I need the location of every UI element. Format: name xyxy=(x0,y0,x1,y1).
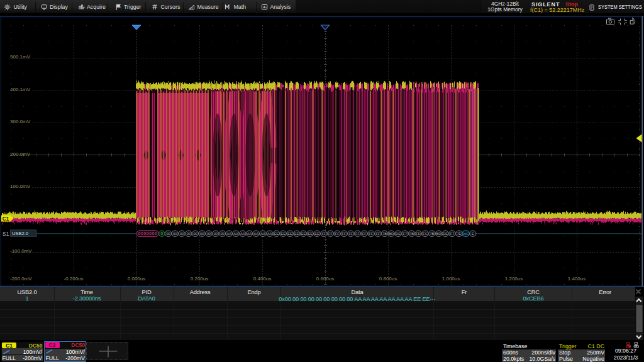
svg-text:AA: AA xyxy=(233,232,238,236)
svg-text:200.0mV: 200.0mV xyxy=(10,151,31,157)
svg-text:Analysis: Analysis xyxy=(270,4,291,10)
svg-text:EE: EE xyxy=(308,232,313,236)
svg-text:Measure: Measure xyxy=(197,4,219,10)
svg-text:FD: FD xyxy=(416,232,420,236)
svg-text:FF: FF xyxy=(321,232,326,236)
svg-text:F7: F7 xyxy=(450,232,455,236)
svg-text:FF: FF xyxy=(369,232,374,236)
svg-text:400.1mV: 400.1mV xyxy=(10,87,31,92)
svg-text:1.000us: 1.000us xyxy=(442,276,460,282)
svg-text:USB2.0: USB2.0 xyxy=(12,231,28,236)
svg-text:AA: AA xyxy=(267,232,272,236)
svg-text:00: 00 xyxy=(220,232,224,236)
svg-text:0.800us: 0.800us xyxy=(379,276,397,282)
svg-text:FC: FC xyxy=(423,232,427,236)
svg-text:Trigger: Trigger xyxy=(124,4,142,10)
svg-text:EE: EE xyxy=(294,232,299,236)
svg-text:0.400us: 0.400us xyxy=(253,276,271,282)
svg-text:500.1mV: 500.1mV xyxy=(10,54,31,60)
svg-text:0.600us: 0.600us xyxy=(316,276,334,282)
svg-text:AA: AA xyxy=(260,232,265,236)
svg-text:DE: DE xyxy=(443,232,448,236)
svg-text:FF: FF xyxy=(348,232,353,236)
svg-text:S1: S1 xyxy=(3,231,9,237)
svg-text:00: 00 xyxy=(166,232,170,236)
svg-text:1.200us: 1.200us xyxy=(505,276,523,282)
svg-text:AA: AA xyxy=(253,232,258,236)
svg-text:FF: FF xyxy=(362,232,367,236)
svg-text:00: 00 xyxy=(187,232,191,236)
svg-text:0: 0 xyxy=(161,231,164,236)
svg-text:BD: BD xyxy=(436,232,441,236)
svg-text:FF: FF xyxy=(328,232,333,236)
svg-text:7B: 7B xyxy=(430,232,434,236)
svg-text:EE: EE xyxy=(274,232,279,236)
svg-text:C1: C1 xyxy=(3,216,9,222)
svg-text:F7: F7 xyxy=(403,232,408,236)
svg-text:FF: FF xyxy=(355,232,360,236)
svg-text:00: 00 xyxy=(200,232,204,236)
svg-text:AA: AA xyxy=(240,232,245,236)
svg-text:00: 00 xyxy=(173,232,177,236)
svg-text:Math: Math xyxy=(234,4,247,10)
svg-text:BD: BD xyxy=(389,232,394,236)
svg-text:AA: AA xyxy=(226,232,231,236)
svg-text:00: 00 xyxy=(214,232,218,236)
svg-text:FF: FF xyxy=(342,232,347,236)
svg-text:EE: EE xyxy=(301,232,306,236)
svg-text:-0.200us: -0.200us xyxy=(64,276,83,282)
svg-text:Display: Display xyxy=(50,4,68,10)
svg-text:EE: EE xyxy=(280,232,286,236)
svg-text:100.0mV: 100.0mV xyxy=(10,184,31,189)
svg-text:0000000: 0000000 xyxy=(138,231,157,236)
svg-text:Utility: Utility xyxy=(14,4,28,10)
svg-text:Cursors: Cursors xyxy=(161,4,180,10)
svg-text:EE: EE xyxy=(314,232,319,236)
svg-text:0.200us: 0.200us xyxy=(191,276,208,282)
svg-text:7B: 7B xyxy=(382,232,387,236)
svg-text:00: 00 xyxy=(207,232,211,236)
svg-text:FB: FB xyxy=(409,232,414,236)
svg-text:EE: EE xyxy=(287,232,292,236)
svg-text:E: E xyxy=(472,232,474,236)
svg-text:FF: FF xyxy=(335,232,340,236)
svg-text:7E: 7E xyxy=(457,232,461,236)
svg-text:00: 00 xyxy=(193,232,197,236)
svg-text:Acquire: Acquire xyxy=(87,4,106,10)
svg-text:0xC: 0xC xyxy=(462,232,469,236)
svg-text:-100.0mV: -100.0mV xyxy=(10,248,32,254)
svg-text:AA: AA xyxy=(247,232,252,236)
svg-text:FF: FF xyxy=(375,232,380,236)
svg-text:1.400us: 1.400us xyxy=(568,276,586,282)
svg-text:00: 00 xyxy=(180,232,184,236)
svg-text:-200.0mV: -200.0mV xyxy=(10,276,32,282)
svg-text:DE: DE xyxy=(396,232,401,236)
svg-text:300.0mV: 300.0mV xyxy=(10,119,31,124)
svg-text:0.000us: 0.000us xyxy=(128,276,145,282)
